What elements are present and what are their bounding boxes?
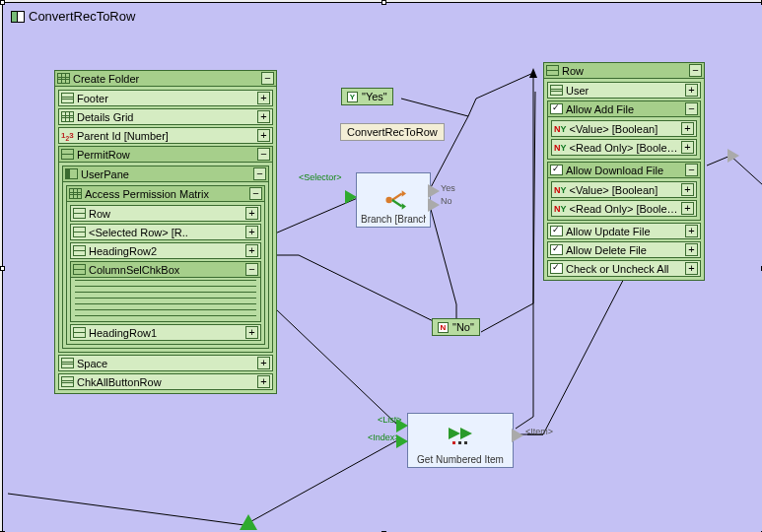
svg-line-1: [275, 308, 399, 427]
permit-row-panel[interactable]: PermitRow − UserPane −: [58, 146, 273, 353]
up-port[interactable]: [240, 514, 257, 530]
get-numbered-item-node[interactable]: Get Numbered Item: [407, 413, 514, 468]
row-details-grid[interactable]: Details Grid +: [58, 108, 273, 125]
index-input-port[interactable]: [396, 434, 408, 448]
stripes-content: [75, 280, 256, 319]
svg-marker-7: [402, 203, 406, 210]
collapse-button[interactable]: −: [685, 164, 698, 176]
expand-button[interactable]: +: [681, 141, 694, 154]
panel-title: Create Folder: [73, 73, 258, 85]
no-output-port[interactable]: [428, 198, 440, 212]
svg-point-5: [385, 197, 392, 204]
pane-icon: [65, 168, 78, 179]
row-panel[interactable]: Row − User + Allow Add File − NY <Value>…: [543, 62, 705, 281]
row-value[interactable]: NY <Value> [Boolean] +: [551, 181, 697, 198]
expand-button[interactable]: +: [257, 110, 270, 123]
branch-node[interactable]: Branch [Branch ..: [356, 172, 431, 228]
svg-marker-8: [449, 428, 460, 439]
expand-button[interactable]: +: [681, 183, 694, 196]
row-row[interactable]: Row +: [70, 205, 261, 222]
row-space[interactable]: Space +: [58, 355, 273, 371]
row-icon: [73, 264, 86, 275]
check-icon: [550, 103, 563, 114]
row-footer[interactable]: Footer +: [58, 90, 273, 106]
row-value[interactable]: NY <Value> [Boolean] +: [551, 120, 697, 137]
row-readonly[interactable]: NY <Read Only> [Boolean] +: [551, 200, 697, 217]
item-output-port[interactable]: [512, 429, 523, 442]
row-parent-id[interactable]: 123 Parent Id [Number] +: [58, 127, 273, 144]
collapse-button[interactable]: −: [261, 72, 274, 85]
svg-line-2: [401, 99, 468, 116]
expand-button[interactable]: +: [685, 225, 698, 237]
diagram-title: ConvertRecToRow: [11, 9, 135, 24]
rows-icon: [61, 376, 74, 387]
tag-label: "No": [452, 321, 474, 333]
collapse-button[interactable]: −: [257, 148, 270, 161]
row-check-all[interactable]: Check or Uncheck All +: [547, 260, 701, 277]
panel-header[interactable]: Create Folder −: [55, 71, 276, 87]
check-icon: [550, 165, 563, 175]
expand-button[interactable]: +: [257, 375, 270, 388]
row-icon: [61, 149, 74, 160]
rows-icon: [550, 85, 563, 96]
output-arrow[interactable]: [727, 149, 739, 163]
diagram-title-text: ConvertRecToRow: [29, 9, 135, 24]
check-icon: [550, 263, 563, 274]
user-pane-panel[interactable]: UserPane − Access Permission Matrix −: [62, 166, 269, 349]
expand-button[interactable]: +: [681, 202, 694, 215]
check-icon: [550, 244, 563, 255]
row-heading-row2[interactable]: HeadingRow2 +: [70, 242, 261, 259]
rows-icon: [61, 358, 74, 368]
expand-button[interactable]: +: [257, 357, 270, 369]
svg-rect-12: [464, 441, 467, 444]
yes-output-port[interactable]: [428, 184, 440, 198]
expand-button[interactable]: +: [257, 129, 270, 142]
list-input-port[interactable]: [396, 419, 408, 432]
ny-icon: NY: [554, 124, 567, 134]
expand-button[interactable]: +: [245, 326, 258, 339]
collapse-button[interactable]: −: [249, 187, 262, 200]
ny-icon: NY: [554, 185, 567, 195]
row-readonly[interactable]: NY <Read Only> [Boolean] +: [551, 139, 697, 156]
node-label: Get Numbered Item: [412, 454, 509, 465]
expand-button[interactable]: +: [681, 122, 694, 135]
row-selected-row[interactable]: <Selected Row> [R.. +: [70, 224, 261, 240]
tag-label: "Yes": [362, 91, 387, 102]
play-dots-icon: [447, 426, 474, 445]
no-box-icon: N: [438, 322, 449, 333]
expand-button[interactable]: +: [245, 244, 258, 257]
expand-button[interactable]: +: [257, 92, 270, 104]
expand-button[interactable]: +: [685, 262, 698, 275]
column-sel-panel[interactable]: ColumnSelChkBox −: [70, 261, 261, 322]
svg-marker-6: [402, 190, 406, 197]
row-user[interactable]: User +: [547, 82, 701, 99]
yes-tag[interactable]: Y "Yes": [341, 88, 393, 105]
row-chk-all[interactable]: ChkAllButtonRow +: [58, 373, 273, 390]
branch-caption: ConvertRecToRow: [340, 123, 445, 141]
expand-button[interactable]: +: [685, 84, 698, 97]
input-port[interactable]: [345, 190, 357, 204]
branch-icon: [381, 187, 406, 213]
row-heading-row1[interactable]: HeadingRow1 +: [70, 324, 261, 341]
collapse-button[interactable]: −: [685, 102, 698, 115]
row-allow-update[interactable]: Allow Update File +: [547, 223, 701, 239]
canvas[interactable]: ConvertRecToRow Create Folder − Footer +…: [2, 2, 762, 532]
expand-button[interactable]: +: [245, 207, 258, 220]
matrix-panel[interactable]: Access Permission Matrix − Row +: [66, 185, 265, 345]
expand-button[interactable]: +: [245, 226, 258, 238]
allow-add-file-panel[interactable]: Allow Add File − NY <Value> [Boolean] + …: [547, 100, 701, 160]
collapse-button[interactable]: −: [689, 64, 702, 77]
collapse-button[interactable]: −: [245, 263, 258, 276]
allow-download-file-panel[interactable]: Allow Download File − NY <Value> [Boolea…: [547, 162, 701, 221]
create-folder-panel[interactable]: Create Folder − Footer + Details Grid + …: [54, 70, 277, 394]
expand-button[interactable]: +: [685, 243, 698, 256]
index-port-label: <Index>: [368, 432, 400, 442]
yes-port-label: Yes: [441, 183, 455, 193]
row-icon: [73, 227, 86, 237]
collapse-button[interactable]: −: [253, 167, 266, 180]
row-allow-delete[interactable]: Allow Delete File +: [547, 241, 701, 258]
grid-icon: [57, 73, 70, 84]
svg-rect-11: [458, 441, 461, 444]
no-tag[interactable]: N "No": [432, 318, 480, 336]
ny-icon: NY: [554, 143, 567, 153]
